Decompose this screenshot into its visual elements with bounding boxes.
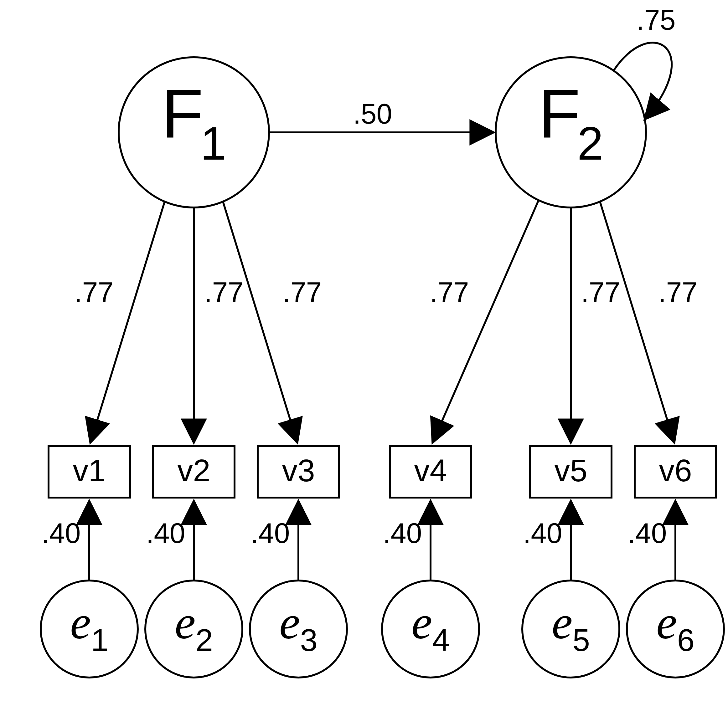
err-path-e3-v3: .40: [250, 501, 298, 581]
factor-F2: F2: [495, 57, 646, 208]
error-e1-sub: 1: [91, 622, 108, 658]
error-e6-main: e: [656, 596, 677, 648]
err-path-e4-v4: .40: [383, 501, 430, 581]
err-path-e5-label: .40: [523, 518, 562, 549]
observed-v1: v1: [49, 446, 130, 498]
path-F1-to-F2: .50: [269, 98, 493, 133]
error-e5-main: e: [552, 596, 573, 648]
loading-F2-v6: .77: [600, 202, 698, 442]
loading-F1-v3: .77: [223, 202, 322, 442]
error-e4-main: e: [412, 596, 432, 648]
err-path-e5-v5: .40: [523, 501, 571, 581]
loading-F1-v1: .77: [74, 202, 165, 442]
sem-path-diagram: F1 F2 .50 .75 v1 v2 v3 v4 v5: [0, 0, 728, 701]
error-e5: e5: [522, 581, 619, 678]
observed-v4-label: v4: [414, 453, 447, 488]
observed-v5-label: v5: [554, 453, 587, 488]
error-e6: e6: [627, 581, 724, 678]
svg-line-13: [223, 202, 297, 442]
observed-v3: v3: [258, 446, 339, 498]
observed-v6-label: v6: [659, 453, 692, 488]
err-path-e3-label: .40: [250, 518, 290, 549]
factor-F1-sub: 1: [200, 117, 226, 170]
observed-v3-label: v3: [282, 453, 315, 488]
observed-v4: v4: [390, 446, 471, 498]
err-path-e6-v6: .40: [627, 501, 675, 581]
svg-line-16: [600, 202, 674, 442]
factor-F1-main: F: [161, 75, 203, 152]
loading-F2-v5-label: .77: [581, 277, 620, 308]
loading-F1-v1-label: .77: [74, 277, 113, 308]
path-F2-self-label: .75: [636, 4, 675, 36]
svg-line-11: [91, 202, 165, 442]
err-path-e2-v2: .40: [146, 501, 194, 581]
error-e2-sub: 2: [195, 622, 213, 658]
factor-F2-main: F: [538, 75, 580, 152]
loading-F2-v6-label: .77: [658, 277, 697, 308]
err-path-e2-label: .40: [146, 518, 185, 549]
loading-F2-v4-label: .77: [430, 277, 469, 308]
error-e3: e3: [250, 581, 347, 678]
err-path-e1-label: .40: [41, 518, 81, 549]
error-e4: e4: [382, 581, 479, 678]
svg-line-14: [433, 200, 539, 442]
err-path-e4-label: .40: [383, 518, 422, 549]
error-e3-sub: 3: [300, 622, 318, 658]
factor-F2-sub: 2: [577, 117, 603, 170]
observed-v5: v5: [530, 446, 611, 498]
observed-v2: v2: [153, 446, 234, 498]
error-e6-sub: 6: [677, 622, 695, 658]
error-e2-main: e: [175, 596, 196, 648]
observed-v1-label: v1: [73, 453, 106, 488]
path-F1-to-F2-label: .50: [353, 98, 392, 130]
observed-v2-label: v2: [177, 453, 211, 488]
error-e1: e1: [41, 581, 138, 678]
error-e4-sub: 4: [432, 622, 450, 658]
error-e1-main: e: [70, 596, 91, 648]
err-path-e1-v1: .40: [41, 501, 89, 581]
error-e3-main: e: [279, 596, 300, 648]
observed-v6: v6: [635, 446, 716, 498]
error-e2: e2: [145, 581, 242, 678]
loading-F1-v3-label: .77: [282, 277, 322, 308]
err-path-e6-label: .40: [627, 518, 667, 549]
loading-F1-v2-label: .77: [204, 277, 243, 308]
factor-F1: F1: [119, 57, 269, 208]
error-e5-sub: 5: [572, 622, 590, 658]
loading-F2-v4: .77: [430, 200, 539, 442]
